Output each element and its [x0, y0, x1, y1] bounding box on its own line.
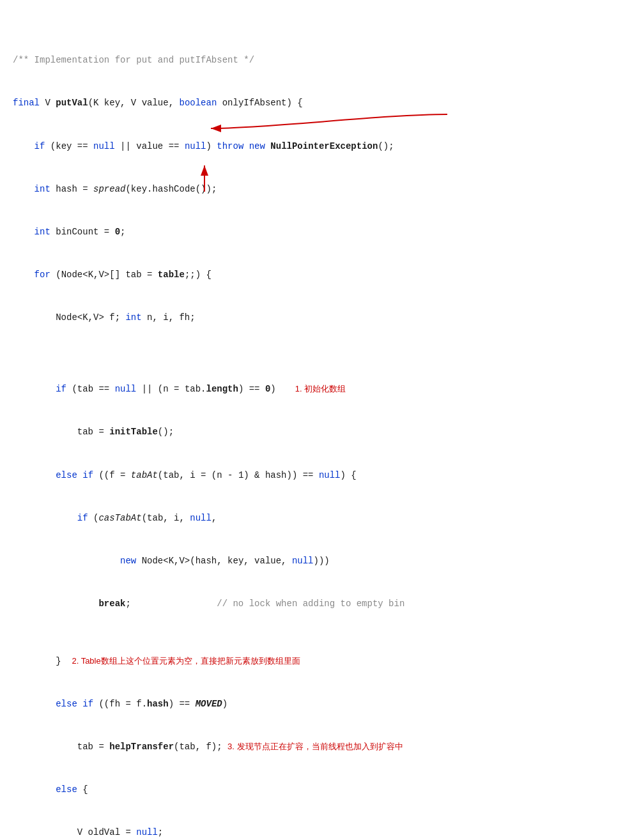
line-7: if (tab == null || (n = tab.length) == 0…	[13, 384, 276, 394]
line-11: new Node<K,V>(hash, key, value, null)))	[13, 556, 330, 566]
annotation-2-label: 2. Table数组上这个位置元素为空，直接把新元素放到数组里面	[72, 656, 300, 666]
line-8: tab = initTable();	[13, 427, 174, 437]
line-12: break; // no lock when adding to empty b…	[13, 599, 404, 609]
line-9: else if ((f = tabAt(tab, i = (n - 1) & h…	[13, 470, 357, 480]
line-17: V oldVal = null;	[13, 827, 163, 837]
line-13: } 2. Table数组上这个位置元素为空，直接把新元素放到数组里面	[13, 656, 300, 666]
line-16: else {	[13, 784, 88, 795]
line-15: tab = helpTransfer(tab, f); 3. 发现节点正在扩容，…	[13, 742, 403, 752]
code-container: /** Implementation for put and putIfAbse…	[13, 10, 626, 840]
line-14: else if ((fh = f.hash) == MOVED)	[13, 699, 227, 709]
annotation-1-label: 1. 初始化数组	[295, 384, 346, 393]
annotation-3-label: 3. 发现节点正在扩容，当前线程也加入到扩容中	[227, 742, 403, 751]
line-4: int binCount = 0;	[13, 227, 125, 237]
line-6: Node<K,V> f; int n, i, fh;	[13, 312, 196, 323]
no-lock-comment: // no lock when adding to empty bin	[217, 599, 404, 609]
line-5: for (Node<K,V>[] tab = table;;) {	[13, 270, 212, 280]
line-1: final V putVal(K key, V value, boolean o…	[13, 98, 303, 108]
line-3: int hash = spread(key.hashCode());	[13, 184, 217, 194]
comment-header: /** Implementation for put and putIfAbse…	[13, 55, 254, 65]
line-10: if (casTabAt(tab, i, null,	[13, 513, 217, 523]
line-2: if (key == null || value == null) throw …	[13, 141, 394, 151]
